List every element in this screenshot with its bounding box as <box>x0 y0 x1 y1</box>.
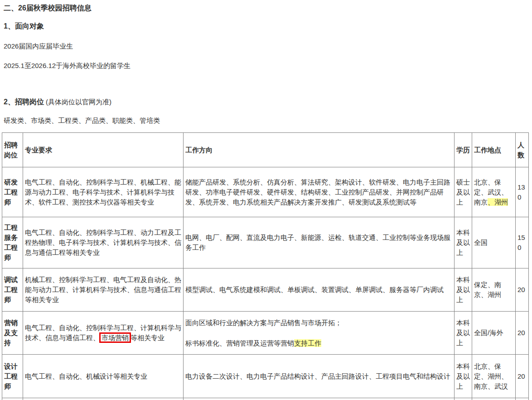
cell-count: 130 <box>516 167 529 217</box>
col-header-position: 招聘岗位 <box>2 133 23 167</box>
cell-empty <box>184 398 455 400</box>
cell-major: 电气工程、自动化、控制科学与工程、机械工程、能源与动力工程、电子科学与技术、计算… <box>23 167 184 217</box>
cell-location: 全国 <box>472 217 516 268</box>
col-header-major: 专业要求 <box>23 133 184 167</box>
direction-line-1: 面向区域和行业的解决方案与产品销售与市场开拓； <box>185 318 452 328</box>
cell-location: 保定、南京、湖州 <box>472 268 516 312</box>
positions-table: 招聘岗位 专业要求 工作方向 学历 工作地点 人数 研发工程师 电气工程、自动化… <box>2 132 529 400</box>
cell-direction: 面向区域和行业的解决方案与产品销售与市场开拓； 标书标准化、营销管理及运营等营销… <box>184 312 455 355</box>
cell-major: 电气工程、自动化、机械设计等相关专业 <box>23 355 184 398</box>
positions-heading-text: 2、招聘岗位 <box>4 98 44 106</box>
cell-empty <box>516 398 529 400</box>
cell-direction: 电网、电厂、配网、直流及电力电子、新能源、运检、轨道交通、工业控制等业务现场服务… <box>184 217 455 268</box>
red-box-marketing-major: 市场营销 <box>99 332 131 343</box>
direction-line-2-text: 标书标准化、营销管理及运营等营销 <box>185 339 294 347</box>
positions-heading-note: (具体岗位以官网为准) <box>44 98 111 106</box>
cell-position: 研发工程师 <box>2 167 23 217</box>
table-header-row: 招聘岗位 专业要求 工作方向 学历 工作地点 人数 <box>2 133 529 167</box>
position-categories: 研发类、市场类、工程类、产品类、职能类、管培类 <box>4 116 532 125</box>
col-header-degree: 学历 <box>455 133 472 167</box>
table-row-field-service-engineer: 工程服务工程师 电气工程、自动化、控制科学与工程、动力工程及工程热物理、电子科学… <box>2 217 529 268</box>
cell-count: 20 <box>516 355 529 398</box>
cell-degree: 本科及以上 <box>455 355 472 398</box>
highlight-huzhou: 、湖州 <box>488 198 508 206</box>
cell-empty <box>23 398 184 400</box>
cell-empty <box>472 398 516 400</box>
table-row-cutoff <box>2 398 529 400</box>
section-heading-positions: 2、招聘岗位 (具体岗位以官网为准) <box>4 98 532 107</box>
page-title: 二、26届秋季校园招聘信息 <box>4 4 532 13</box>
cell-degree: 本科及以上 <box>455 217 472 268</box>
major-text-tail: 等相关专业 <box>131 334 164 341</box>
cell-position: 设计工程师 <box>2 355 23 398</box>
col-header-count: 人数 <box>516 133 529 167</box>
cell-major: 机械工程、控制科学与工程、电气工程及自动化、热能与动力工程、计算机科学与技术、信… <box>23 268 184 312</box>
table-row-design-engineer: 设计工程师 电气工程、自动化、机械设计等相关专业 电力设备二次设计、电力电子产品… <box>2 355 529 398</box>
cell-count: 20 <box>516 312 529 355</box>
cell-count: 150 <box>516 217 529 268</box>
cell-direction: 电力设备二次设计、电力电子产品结构设计、产品主回路设计、工程项目电气和结构设计 <box>184 355 455 398</box>
cell-empty <box>2 398 23 400</box>
table-row-commissioning-engineer: 调试工程师 机械工程、控制科学与工程、电气工程及自动化、热能与动力工程、计算机科… <box>2 268 529 312</box>
cell-empty <box>455 398 472 400</box>
cell-direction: 储能产品研发、系统分析、仿真分析、算法研究、架构设计、软件研发、电力电子主回路研… <box>184 167 455 217</box>
recruitment-document: 二、26届秋季校园招聘信息 1、面向对象 2026届国内应届毕业生 2025.1… <box>0 4 532 400</box>
section-heading-audience: 1、面向对象 <box>4 22 532 31</box>
audience-domestic-graduates: 2026届国内应届毕业生 <box>4 42 532 51</box>
highlight-support-work: 支持工作 <box>294 339 321 347</box>
cell-position: 营销及支持 <box>2 312 23 355</box>
cell-location: 北京、保定、湖州、南京、武汉 <box>472 355 516 398</box>
cell-location: 北京、保定、武汉、南京、湖州 <box>472 167 516 217</box>
cell-direction: 模型调试、电气系统建模和调试、单板调试、装置调试、单屏调试、服务器等厂内调试 <box>184 268 455 312</box>
direction-line-2: 标书标准化、营销管理及运营等营销支持工作 <box>185 338 452 348</box>
table-row-rd-engineer: 研发工程师 电气工程、自动化、控制科学与工程、机械工程、能源与动力工程、电子科学… <box>2 167 529 217</box>
col-header-location: 工作地点 <box>472 133 516 167</box>
table-row-marketing-support: 营销及支持 电气工程、自动化、控制科学与工程、计算机科学与技术、信息与通信工程、… <box>2 312 529 355</box>
col-header-direction: 工作方向 <box>184 133 455 167</box>
cell-count: 20 <box>516 268 529 312</box>
audience-overseas-graduates: 2025.1至2026.12于海外高校毕业的留学生 <box>4 61 532 70</box>
cell-position: 工程服务工程师 <box>2 217 23 268</box>
cell-degree: 硕士及以上 <box>455 167 472 217</box>
cell-major: 电气工程、自动化、控制科学与工程、动力工程及工程热物理、电子科学与技术、计算机科… <box>23 217 184 268</box>
cell-degree: 本科及以上 <box>455 268 472 312</box>
cell-degree: 本科及以上 <box>455 312 472 355</box>
cell-position: 调试工程师 <box>2 268 23 312</box>
cell-location: 全国/海外 <box>472 312 516 355</box>
cell-major: 电气工程、自动化、控制科学与工程、计算机科学与技术、信息与通信工程、市场营销等相… <box>23 312 184 355</box>
